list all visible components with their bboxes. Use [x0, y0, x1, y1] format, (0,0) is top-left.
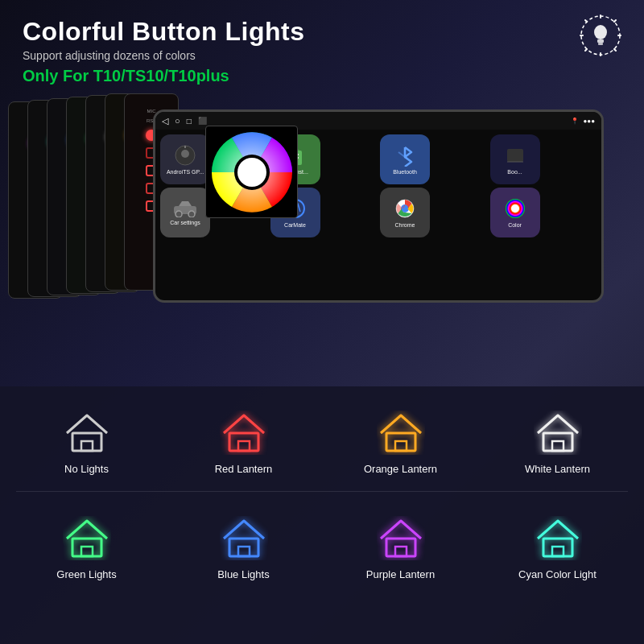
light-label-purple: Purple Lantern — [366, 568, 435, 580]
svg-line-10 — [614, 20, 616, 22]
svg-point-34 — [237, 158, 266, 187]
svg-rect-46 — [238, 547, 250, 556]
svg-marker-25 — [179, 201, 192, 206]
light-item-red[interactable]: Red Lantern — [165, 402, 322, 483]
light-item-white[interactable]: White Lantern — [479, 402, 636, 483]
light-label-blue: Blue Lights — [217, 568, 269, 580]
house-icon-cyan — [534, 516, 582, 560]
light-item-green[interactable]: Green Lights — [8, 508, 165, 588]
svg-point-1 — [594, 25, 607, 39]
light-grid-top: No Lights Red Lantern Orange Lantern — [0, 386, 644, 491]
house-icon-green — [63, 516, 111, 560]
model-text: Only For T10/TS10/T10plus — [23, 67, 621, 85]
house-icon-red — [220, 411, 268, 455]
light-item-orange[interactable]: Orange Lantern — [322, 402, 479, 483]
svg-point-13 — [181, 150, 189, 158]
app-chrome[interactable]: Chrome — [380, 188, 430, 237]
light-label-red: Red Lantern — [215, 463, 273, 475]
svg-rect-20 — [507, 149, 523, 162]
bulb-icon — [580, 14, 621, 56]
svg-rect-36 — [81, 441, 93, 451]
svg-line-9 — [614, 49, 616, 51]
house-icon-orange — [377, 411, 425, 455]
house-icon-white — [534, 411, 582, 455]
app-boo[interactable]: Boo... — [490, 134, 540, 184]
page-title: Colorful Button Lights — [23, 18, 621, 46]
light-grid-bottom: Green Lights Blue Lights Purple Lantern — [0, 492, 644, 597]
bottom-panel: No Lights Red Lantern Orange Lantern — [0, 386, 644, 644]
light-item-purple[interactable]: Purple Lantern — [322, 508, 479, 588]
light-label-no-lights: No Lights — [64, 463, 109, 475]
light-item-no-lights[interactable]: No Lights — [8, 402, 165, 483]
svg-line-11 — [585, 49, 587, 51]
svg-point-30 — [511, 204, 519, 213]
svg-point-24 — [188, 211, 195, 217]
svg-rect-50 — [552, 547, 564, 556]
house-icon-blue — [220, 516, 268, 560]
svg-rect-3 — [598, 43, 603, 45]
app-color[interactable]: Color — [490, 188, 540, 237]
svg-rect-48 — [395, 547, 407, 556]
svg-rect-2 — [597, 39, 604, 43]
light-item-cyan[interactable]: Cyan Color Light — [479, 508, 636, 588]
light-label-cyan: Cyan Color Light — [518, 568, 597, 580]
light-label-green: Green Lights — [56, 568, 116, 580]
app-bluetooth[interactable]: Bluetooth — [380, 134, 430, 184]
app-androit[interactable]: AndroiTS GP... — [160, 134, 210, 184]
house-icon-purple — [377, 516, 425, 560]
svg-line-8 — [585, 20, 587, 22]
svg-rect-44 — [81, 547, 93, 556]
svg-rect-40 — [395, 441, 407, 451]
color-wheel-popup — [205, 126, 298, 218]
header-section: Colorful Button Lights Support adjusting… — [0, 0, 644, 93]
light-item-blue[interactable]: Blue Lights — [165, 508, 322, 588]
svg-rect-42 — [552, 441, 564, 451]
light-label-white: White Lantern — [525, 463, 590, 475]
main-tablet: ◁ ○ □ ⬛ 📍 ●●● AndroiTS GP... APK inst — [153, 109, 604, 303]
app-car-settings[interactable]: Car settings — [160, 188, 210, 237]
house-icon-no-lights — [63, 411, 111, 455]
device-area: MIC RST MIC RST MIC RST — [8, 93, 636, 319]
light-label-orange: Orange Lantern — [364, 463, 437, 475]
svg-rect-38 — [238, 441, 250, 451]
svg-point-23 — [175, 211, 182, 217]
page-subtitle: Support adjusting dozens of colors — [23, 49, 621, 62]
